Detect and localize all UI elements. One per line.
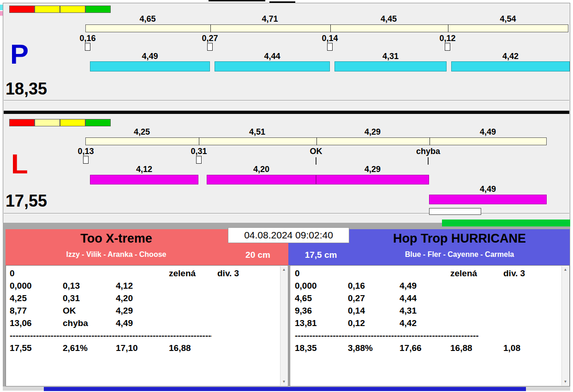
table-cell: 0,16 xyxy=(348,279,400,292)
lane-l-split-bar xyxy=(90,175,198,184)
lane-l-mark-box xyxy=(196,156,202,164)
table-cell: 4,20 xyxy=(116,292,169,304)
lane-p-split-bar xyxy=(451,61,570,71)
table-cell xyxy=(450,292,503,304)
table-cell: 18,35 xyxy=(295,342,348,354)
table-cell xyxy=(217,342,280,354)
table-row: 13,06chyba4,49 xyxy=(6,317,280,329)
table-row: 9,360,144,31 xyxy=(290,304,561,317)
table-cell xyxy=(217,304,280,317)
table-cell xyxy=(217,292,280,304)
lane-p-mark-label: 0,16 xyxy=(69,34,106,43)
table-cell: 0,000 xyxy=(295,279,348,292)
right-result-table: 0zelenádiv. 3 0,0000,164,49 4,650,274,44… xyxy=(290,265,570,386)
lane-l-letter: L xyxy=(11,150,28,178)
table-cell: div. 3 xyxy=(503,267,561,279)
table-row: 13,810,124,42 xyxy=(290,317,561,329)
table-cell: 4,65 xyxy=(295,292,348,304)
table-row: 0zelenádiv. 3 xyxy=(6,267,280,279)
lane-p-split-bar xyxy=(90,61,210,71)
scroll-down-icon[interactable]: ▼ xyxy=(562,378,569,386)
lane-l-top-split-label: 4,51 xyxy=(198,127,316,137)
table-cell: 4,49 xyxy=(116,317,169,329)
scroll-down-icon[interactable]: ▼ xyxy=(281,378,287,386)
table-cell: 13,81 xyxy=(295,317,348,329)
lane-p-track xyxy=(85,24,568,32)
table-cell: 0 xyxy=(10,267,63,279)
track-divider xyxy=(199,137,199,145)
lane-l-empty-marker-box xyxy=(429,208,481,215)
table-cell: 4,12 xyxy=(116,279,169,292)
table-row: 0zelenádiv. 3 xyxy=(290,267,561,279)
lane-l-mark-tick xyxy=(316,157,316,165)
lane-p-total-time: 18,35 xyxy=(6,81,47,97)
lane-l-split-bar-label: 4,12 xyxy=(90,165,198,174)
lane-l-split-bar xyxy=(207,175,316,184)
table-cell xyxy=(450,279,503,292)
table-cell: 17,66 xyxy=(400,342,450,354)
lane-l-mark-tick xyxy=(428,157,429,165)
table-cell: 0,12 xyxy=(348,317,400,329)
table-cell: 8,77 xyxy=(10,304,63,317)
right-table-scrollbar[interactable]: ▲ ▼ xyxy=(561,266,569,386)
lane-p-split-bar-label: 4,44 xyxy=(215,52,330,61)
left-table-scrollbar[interactable]: ▲ ▼ xyxy=(280,266,287,386)
table-cell xyxy=(503,279,561,292)
lane-l-status-light-2 xyxy=(35,119,60,126)
table-cell: 4,42 xyxy=(400,317,450,329)
lane-l-split-bar-label: 4,20 xyxy=(207,165,316,174)
table-cell: 17,10 xyxy=(116,342,169,354)
scroll-up-icon[interactable]: ▲ xyxy=(562,266,569,273)
lane-l-status-light-3 xyxy=(60,119,85,126)
table-cell: 0,13 xyxy=(63,279,116,292)
table-cell: 0 xyxy=(295,267,348,279)
table-cell: 3,88% xyxy=(348,342,400,354)
lane-p-mark-box xyxy=(445,43,450,51)
track-divider xyxy=(210,24,211,32)
table-cell xyxy=(503,317,561,329)
lane-l-split-bar-label: 4,49 xyxy=(429,184,547,194)
table-cell: 4,44 xyxy=(400,292,450,304)
lane-divider xyxy=(4,111,569,114)
lane-p-baseline xyxy=(4,100,569,101)
lane-l-split-bar xyxy=(316,175,429,184)
table-row: 4,650,274,44 xyxy=(290,292,561,304)
background-window-edge xyxy=(209,0,265,1)
lane-l-mark-label: 0,13 xyxy=(67,147,104,156)
lane-p-split-bar xyxy=(334,61,447,71)
lane-l-top-split-label: 4,29 xyxy=(316,127,429,137)
timing-app-screen: 4,65 4,71 4,45 4,54 0,16 0,27 0,14 0,12 … xyxy=(0,0,573,392)
lane-l-mark-box xyxy=(83,156,89,164)
lane-p-split-bar-label: 4,31 xyxy=(334,52,447,61)
lane-p-mark-box xyxy=(327,43,333,51)
table-cell: 0,000 xyxy=(10,279,63,292)
table-cell: 4,31 xyxy=(400,304,450,317)
right-team-members: Blue - Fler - Cayenne - Carmela xyxy=(349,249,570,260)
lane-p-mark-box xyxy=(85,43,90,51)
left-team-members: Izzy - Vilik - Aranka - Choose xyxy=(6,249,227,260)
lane-p-top-split-label: 4,71 xyxy=(210,14,330,24)
left-result-table: 0zelenádiv. 3 0,0000,134,12 4,250,314,20… xyxy=(6,265,288,386)
lane-p-status-light-2 xyxy=(35,6,60,13)
table-cell: 1,08 xyxy=(503,342,561,354)
right-result-rows: 0zelenádiv. 3 0,0000,164,49 4,650,274,44… xyxy=(290,267,561,354)
scroll-up-icon[interactable]: ▲ xyxy=(281,266,287,273)
table-cell: chyba xyxy=(63,317,116,329)
table-cell xyxy=(63,267,116,279)
table-cell xyxy=(169,317,217,329)
table-cell: 4,49 xyxy=(400,279,450,292)
lane-p-top-split-label: 4,45 xyxy=(330,14,448,24)
table-separator: ----------------------------------------… xyxy=(290,329,478,342)
table-cell xyxy=(348,267,400,279)
right-team-jump-height: 17,5 cm xyxy=(290,249,352,261)
lane-l-mark-label: 0,31 xyxy=(180,147,217,156)
lane-l-split-bar xyxy=(429,195,547,204)
lane-p-letter: P xyxy=(10,41,29,68)
table-cell: 4,25 xyxy=(10,292,63,304)
lane-p-mark-label: 0,12 xyxy=(429,34,466,43)
left-team-jump-height: 20 cm xyxy=(228,249,288,261)
table-cell xyxy=(217,317,280,329)
lane-l-split-bar-label: 4,29 xyxy=(316,165,429,174)
lane-p-mark-label: 0,14 xyxy=(311,34,348,43)
lane-l-total-time: 17,55 xyxy=(6,193,47,209)
